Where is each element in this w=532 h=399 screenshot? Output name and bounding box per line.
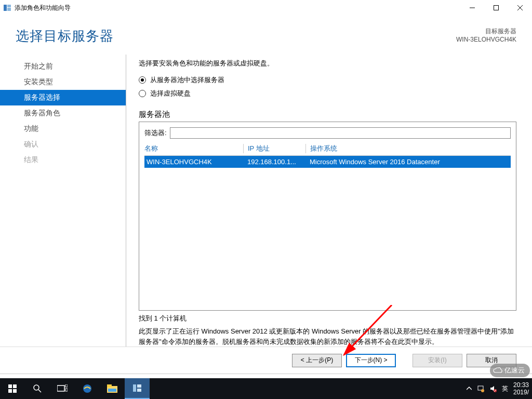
tray-flag-icon[interactable]: [477, 385, 484, 392]
step-server-roles[interactable]: 服务器角色: [0, 105, 126, 121]
next-button[interactable]: 下一步(N) >: [346, 354, 396, 367]
step-server-selection[interactable]: 服务器选择: [0, 90, 126, 105]
found-count: 找到 1 个计算机: [139, 314, 516, 323]
svg-rect-11: [13, 389, 17, 393]
radio-server-pool[interactable]: 从服务器池中选择服务器: [139, 75, 516, 85]
start-button[interactable]: [0, 378, 25, 399]
header: 选择目标服务器 目标服务器 WIN-3ELOHVGCH4K: [0, 16, 532, 55]
svg-rect-15: [65, 384, 68, 387]
filter-input[interactable]: [170, 127, 511, 139]
svg-rect-0: [4, 5, 7, 11]
wizard-steps-sidebar: 开始之前 安装类型 服务器选择 服务器角色 功能 确认 结果: [0, 55, 126, 347]
destination-radio-group: 从服务器池中选择服务器 选择虚拟硬盘: [139, 75, 516, 102]
clock-date: 2019/: [513, 389, 529, 396]
cell-os: Microsoft Windows Server 2016 Datacenter: [305, 158, 511, 166]
server-table: 名称 IP 地址 操作系统 WIN-3ELOHVGCH4K 192.168.10…: [144, 144, 511, 307]
watermark-text: 亿速云: [504, 366, 525, 375]
window-title: 添加角色和功能向导: [15, 4, 71, 12]
filter-label: 筛选器:: [144, 128, 167, 138]
wizard-window: 添加角色和功能向导 选择目标服务器 目标服务器 WIN-3ELOHVGCH4K …: [0, 0, 532, 374]
search-button[interactable]: [25, 378, 50, 399]
svg-rect-14: [57, 385, 64, 391]
svg-line-13: [38, 390, 41, 392]
svg-rect-2: [7, 8, 11, 11]
task-view-button[interactable]: [50, 378, 75, 399]
radio-icon: [139, 76, 146, 84]
taskbar: 英 20:33 2019/: [0, 378, 532, 399]
instruction-text: 选择要安装角色和功能的服务器或虚拟硬盘。: [139, 59, 516, 68]
taskbar-clock[interactable]: 20:33 2019/: [513, 381, 532, 396]
server-manager-icon: [3, 4, 11, 12]
svg-rect-19: [107, 384, 112, 387]
watermark: 亿速云: [490, 364, 530, 377]
page-title: 选择目标服务器: [16, 27, 114, 45]
radio-icon: [139, 90, 146, 97]
target-server-box: 目标服务器 WIN-3ELOHVGCH4K: [456, 27, 516, 43]
cell-ip: 192.168.100.1...: [243, 158, 305, 166]
previous-button[interactable]: < 上一步(P): [292, 354, 342, 367]
ime-indicator[interactable]: 英: [502, 384, 508, 393]
maximize-button[interactable]: [484, 0, 508, 16]
svg-rect-8: [8, 384, 12, 388]
install-button: 安装(I): [413, 354, 462, 367]
svg-point-25: [481, 389, 484, 392]
step-before-begin[interactable]: 开始之前: [0, 59, 126, 74]
server-manager-taskbar-icon[interactable]: [125, 378, 150, 399]
svg-rect-1: [7, 5, 11, 7]
clock-time: 20:33: [513, 381, 529, 389]
step-install-type[interactable]: 安装类型: [0, 74, 126, 90]
step-features[interactable]: 功能: [0, 121, 126, 137]
svg-rect-16: [65, 389, 68, 391]
table-row[interactable]: WIN-3ELOHVGCH4K 192.168.100.1... Microso…: [144, 156, 511, 168]
svg-rect-22: [137, 384, 141, 388]
step-confirm: 确认: [0, 137, 126, 152]
ie-icon[interactable]: [75, 378, 100, 399]
svg-rect-23: [137, 389, 141, 392]
radio-vhd[interactable]: 选择虚拟硬盘: [139, 89, 516, 98]
titlebar: 添加角色和功能向导: [0, 0, 532, 16]
system-tray[interactable]: 英: [467, 384, 513, 393]
col-os[interactable]: 操作系统: [305, 144, 511, 153]
step-results: 结果: [0, 152, 126, 168]
page-description: 此页显示了正在运行 Windows Server 2012 或更新版本的 Win…: [139, 326, 516, 347]
svg-rect-4: [494, 6, 499, 10]
window-controls: [460, 0, 532, 16]
server-pool-box: 筛选器: 名称 IP 地址 操作系统 WIN-3ELOHVGCH4K 192.1…: [139, 122, 516, 311]
file-explorer-icon[interactable]: [100, 378, 125, 399]
minimize-button[interactable]: [460, 0, 484, 16]
content-pane: 选择要安装角色和功能的服务器或虚拟硬盘。 从服务器池中选择服务器 选择虚拟硬盘 …: [126, 55, 532, 347]
tray-volume-icon[interactable]: [489, 385, 497, 392]
cloud-icon: [493, 367, 502, 374]
target-name: WIN-3ELOHVGCH4K: [456, 36, 516, 43]
radio-label: 从服务器池中选择服务器: [150, 75, 224, 85]
tray-chevron-up-icon[interactable]: [467, 386, 472, 391]
svg-rect-9: [13, 384, 17, 388]
svg-rect-10: [8, 389, 12, 393]
col-name[interactable]: 名称: [144, 144, 243, 153]
cell-name: WIN-3ELOHVGCH4K: [144, 158, 243, 166]
close-button[interactable]: [508, 0, 532, 16]
radio-label: 选择虚拟硬盘: [150, 89, 191, 98]
server-pool-label: 服务器池: [139, 110, 516, 119]
col-ip[interactable]: IP 地址: [243, 144, 305, 153]
svg-rect-20: [108, 389, 116, 392]
target-label: 目标服务器: [456, 27, 516, 36]
svg-rect-21: [133, 384, 136, 392]
svg-point-12: [34, 385, 39, 390]
wizard-footer: < 上一步(P) 下一步(N) > 安装(I) 取消: [0, 347, 532, 374]
